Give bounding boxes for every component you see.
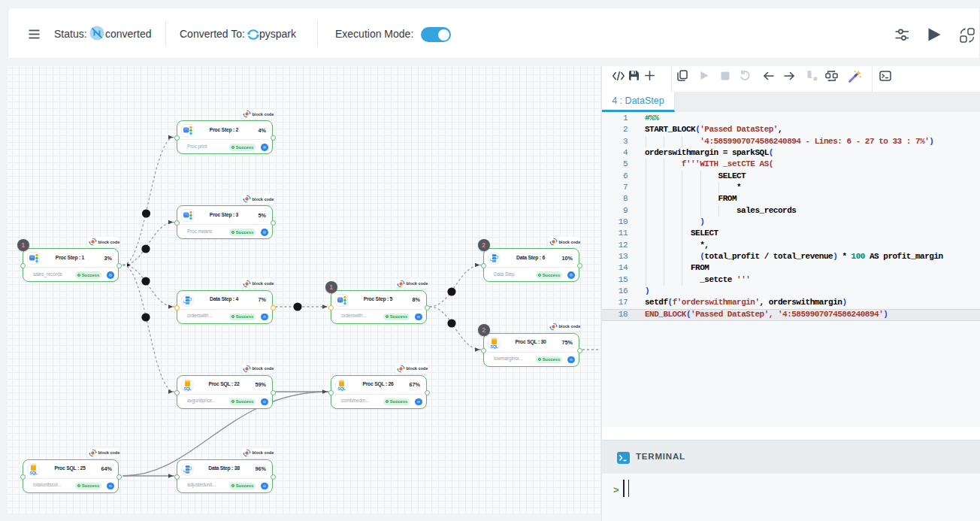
- svg-text:SQL: SQL: [29, 471, 38, 475]
- svg-text:SQL: SQL: [337, 386, 346, 391]
- svg-text:SQL: SQL: [490, 344, 498, 349]
- svg-text:SQL: SQL: [183, 386, 192, 391]
